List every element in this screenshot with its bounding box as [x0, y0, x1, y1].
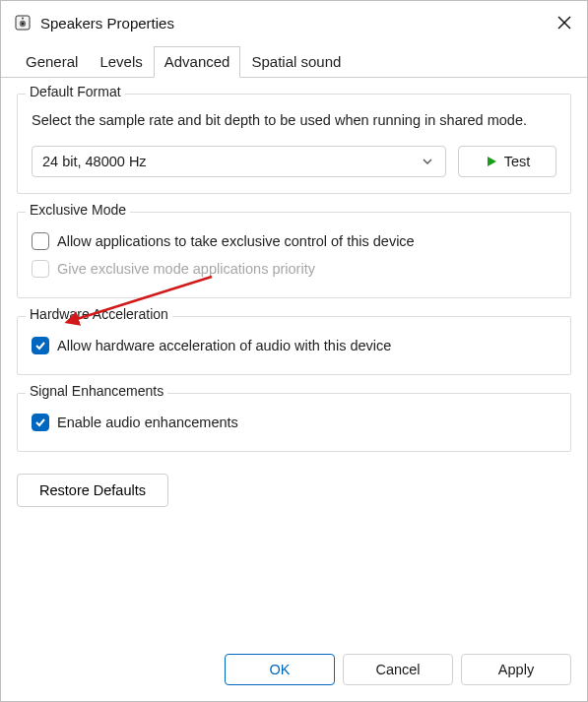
- sample-rate-select[interactable]: 24 bit, 48000 Hz: [32, 146, 446, 177]
- tab-levels[interactable]: Levels: [89, 46, 153, 78]
- svg-point-2: [22, 23, 24, 25]
- exclusive-mode-legend: Exclusive Mode: [26, 202, 130, 218]
- ok-button[interactable]: OK: [225, 654, 335, 685]
- exclusive-control-label: Allow applications to take exclusive con…: [57, 233, 415, 249]
- exclusive-control-checkbox[interactable]: [32, 232, 49, 250]
- tab-content: Default Format Select the sample rate an…: [1, 78, 587, 646]
- titlebar: Speakers Properties: [1, 1, 587, 44]
- restore-defaults-button[interactable]: Restore Defaults: [17, 474, 168, 507]
- speaker-icon: [15, 15, 31, 31]
- exclusive-control-checkbox-row[interactable]: Allow applications to take exclusive con…: [32, 232, 556, 250]
- exclusive-priority-checkbox-row: Give exclusive mode applications priorit…: [32, 260, 556, 278]
- cancel-button[interactable]: Cancel: [343, 654, 453, 685]
- svg-point-3: [22, 18, 24, 20]
- hardware-acceleration-checkbox[interactable]: [32, 337, 49, 354]
- signal-enhancements-group: Signal Enhancements Enable audio enhance…: [17, 393, 571, 452]
- hardware-acceleration-legend: Hardware Acceleration: [26, 306, 172, 322]
- checkmark-icon: [34, 416, 46, 428]
- speakers-properties-dialog: Speakers Properties General Levels Advan…: [0, 0, 588, 702]
- hardware-acceleration-label: Allow hardware acceleration of audio wit…: [57, 338, 391, 353]
- svg-marker-6: [488, 157, 496, 166]
- tab-strip: General Levels Advanced Spatial sound: [1, 46, 587, 78]
- signal-enhancements-legend: Signal Enhancements: [26, 383, 167, 399]
- tab-spatial-sound[interactable]: Spatial sound: [240, 46, 352, 78]
- tab-general[interactable]: General: [15, 46, 89, 78]
- close-button[interactable]: [542, 1, 587, 44]
- exclusive-priority-label: Give exclusive mode applications priorit…: [57, 261, 315, 277]
- play-icon: [485, 155, 498, 168]
- window-title: Speakers Properties: [40, 15, 174, 32]
- hardware-acceleration-checkbox-row[interactable]: Allow hardware acceleration of audio wit…: [32, 337, 556, 354]
- exclusive-priority-checkbox: [32, 260, 49, 278]
- sample-rate-value: 24 bit, 48000 Hz: [42, 154, 422, 169]
- apply-button[interactable]: Apply: [461, 654, 571, 685]
- enable-enhancements-label: Enable audio enhancements: [57, 415, 238, 430]
- dialog-footer: OK Cancel Apply: [1, 646, 587, 701]
- default-format-group: Default Format Select the sample rate an…: [17, 94, 571, 194]
- default-format-description: Select the sample rate and bit depth to …: [32, 110, 556, 130]
- hardware-acceleration-group: Hardware Acceleration Allow hardware acc…: [17, 316, 571, 375]
- test-button-label: Test: [504, 154, 531, 169]
- test-button[interactable]: Test: [458, 146, 556, 177]
- enable-enhancements-checkbox[interactable]: [32, 414, 49, 431]
- enable-enhancements-checkbox-row[interactable]: Enable audio enhancements: [32, 414, 556, 431]
- exclusive-mode-group: Exclusive Mode Allow applications to tak…: [17, 212, 571, 298]
- chevron-down-icon: [422, 155, 435, 168]
- default-format-legend: Default Format: [26, 84, 125, 99]
- checkmark-icon: [34, 340, 46, 351]
- close-icon: [557, 16, 571, 30]
- tab-advanced[interactable]: Advanced: [154, 46, 241, 78]
